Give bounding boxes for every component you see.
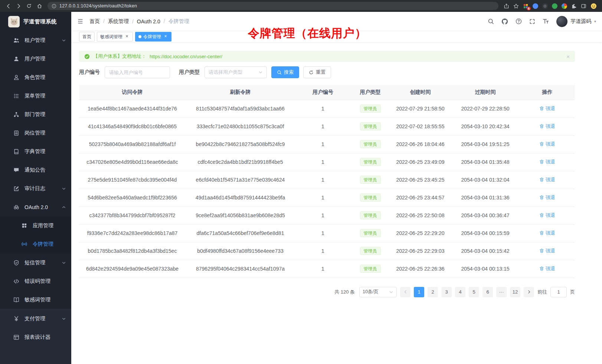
github-icon[interactable] [501, 18, 508, 25]
back-icon[interactable] [4, 1, 13, 10]
col-create-time: 创建时间 [390, 85, 451, 100]
create-time-cell: 2022-06-25 23:45:25 [390, 171, 451, 189]
tab-home[interactable]: 首页 [79, 32, 95, 42]
close-icon[interactable]: × [124, 34, 130, 39]
table-row: 6d842e2924594de9a09e45e087323abe 8796295… [79, 260, 575, 278]
close-icon[interactable]: × [566, 54, 570, 59]
sidebar-item-sensitive-word-management[interactable]: 敏感词管理 [0, 291, 71, 309]
forward-icon[interactable] [14, 1, 23, 10]
sidebar-toggle-icon[interactable] [77, 18, 84, 24]
audit-log-icon [13, 186, 19, 192]
help-icon[interactable] [516, 18, 522, 24]
site-info-icon[interactable] [52, 4, 56, 9]
sidebar-item-oauth2[interactable]: OAuth 2.0 [0, 198, 71, 216]
extension-green-icon[interactable] [552, 3, 557, 9]
user-type-select[interactable]: 请选择用户类型 [205, 66, 267, 78]
force-logout-button[interactable]: 强退 [539, 194, 555, 201]
home-icon[interactable] [35, 1, 44, 10]
create-time-cell: 2022-07-02 18:55:55 [390, 118, 451, 135]
extension-grid-icon[interactable]: 6 [523, 3, 529, 9]
share-icon[interactable] [504, 3, 509, 9]
org-tree-icon [13, 112, 19, 118]
refresh-token-cell: dfa6c71a50a54c66bef706ef9e6e8d81 [186, 224, 295, 242]
force-logout-button[interactable]: 强退 [539, 159, 555, 165]
sidebar-item-app-management[interactable]: 应用管理 [0, 216, 71, 235]
page-button-6[interactable]: 6 [482, 287, 493, 297]
sidebar-item-audit-log[interactable]: 审计日志 [0, 179, 71, 198]
notice-icon [13, 167, 19, 173]
force-logout-button[interactable]: 强退 [539, 123, 555, 130]
page-size-select[interactable]: 10条/页 [359, 287, 397, 297]
trash-icon [539, 231, 544, 235]
breadcrumb-system[interactable]: 系统管理 [100, 18, 129, 25]
breadcrumb-home[interactable]: 首页 [89, 18, 100, 25]
sidebar-item-report-designer[interactable]: 报表设计器 [0, 328, 71, 347]
reload-icon[interactable] [24, 1, 33, 10]
user-id-cell: 1 [295, 260, 351, 278]
page-button-4[interactable]: 4 [455, 287, 465, 297]
fullscreen-icon[interactable] [529, 19, 535, 24]
page-button-12[interactable]: 12 [510, 287, 520, 297]
tab-token-management[interactable]: 令牌管理 × [135, 32, 171, 42]
action-cell: 强退 [520, 224, 575, 242]
sidebar-item-tenant-management[interactable]: 租户管理 [0, 31, 71, 50]
sidebar-item-notice[interactable]: 通知公告 [0, 161, 71, 179]
font-size-icon[interactable] [543, 18, 549, 24]
page-button-5[interactable]: 5 [469, 287, 479, 297]
goto-page-input[interactable] [550, 287, 567, 297]
search-button[interactable]: 搜索 [271, 66, 299, 78]
puzzle-icon[interactable] [571, 3, 577, 9]
extension-color-icon[interactable] [562, 3, 567, 9]
alert-doc-link[interactable]: https://doc.iocoder.cn/user-center/ [150, 54, 222, 59]
sidebar-item-role-management[interactable]: 角色管理 [0, 68, 71, 87]
user-menu[interactable]: 芋道源码 ▾ [556, 16, 596, 27]
user-id-input[interactable] [105, 66, 170, 78]
search-icon [277, 70, 282, 75]
prev-page-button[interactable] [400, 287, 410, 297]
force-logout-button[interactable]: 强退 [539, 265, 555, 272]
error-code-icon [13, 278, 19, 284]
breadcrumb-current: 令牌管理 [160, 18, 189, 25]
sidebar-item-payment-management[interactable]: 支付管理 [0, 310, 71, 328]
reset-button[interactable]: 重置 [303, 66, 331, 78]
force-logout-button[interactable]: 强退 [539, 141, 555, 148]
sidebar-item-menu-management[interactable]: 菜单管理 [0, 87, 71, 105]
breadcrumb-oauth2[interactable]: OAuth 2.0 [129, 19, 160, 24]
extension-dark-icon[interactable] [542, 3, 548, 9]
browser-chrome: 127.0.0.1:1024/system/oauth2/token 6 [0, 0, 602, 12]
sidebar-item-post-management[interactable]: 岗位管理 [0, 124, 71, 142]
sidebar-item-token-management[interactable]: 令牌管理 [0, 235, 71, 254]
next-page-button[interactable] [524, 287, 534, 297]
page-button-3[interactable]: 3 [441, 287, 452, 297]
extension-blue-icon[interactable] [533, 3, 538, 9]
page-button-1[interactable]: 1 [414, 287, 424, 297]
tab-sensitive-word[interactable]: 敏感词管理 × [97, 32, 133, 42]
force-logout-button[interactable]: 强退 [539, 248, 555, 254]
sidebar-item-error-code-management[interactable]: 错误码管理 [0, 272, 71, 291]
create-time-cell: 2022-06-25 22:26:36 [390, 260, 451, 278]
sidebar-item-user-management[interactable]: 用户管理 [0, 50, 71, 68]
search-icon[interactable] [488, 18, 494, 24]
app-logo[interactable]: 芋道管理系统 [0, 12, 71, 31]
token-signal-icon [22, 241, 27, 247]
role-icon [13, 75, 19, 80]
more-pages-button[interactable]: ··· [496, 287, 507, 297]
url-bar[interactable]: 127.0.0.1:1024/system/oauth2/token [48, 2, 498, 10]
force-logout-button[interactable]: 强退 [539, 230, 555, 236]
page-button-2[interactable]: 2 [428, 287, 438, 297]
sidebar-item-sms-management[interactable]: 短信管理 [0, 254, 71, 272]
chevron-down-icon [62, 38, 66, 43]
force-logout-button[interactable]: 强退 [539, 176, 555, 183]
profile-avatar[interactable] [590, 3, 597, 9]
sidebar-panel-icon[interactable] [581, 3, 586, 9]
access-token-cell: b0d1785bc3a8482f812db4a3f3bd15ec [79, 242, 186, 260]
user-type-cell: 管理员 [351, 206, 390, 224]
sidebar-item-dict-management[interactable]: 字典管理 [0, 142, 71, 161]
force-logout-button[interactable]: 强退 [539, 212, 555, 219]
bookmark-star-icon[interactable] [513, 3, 519, 9]
table-row: f9336e7c7dd242a283ee98dc86b17a87 dfa6c71… [79, 224, 575, 242]
sidebar-item-dept-management[interactable]: 部门管理 [0, 105, 71, 124]
close-icon[interactable]: × [163, 34, 168, 39]
col-expire-time: 过期时间 [451, 85, 520, 100]
force-logout-button[interactable]: 强退 [539, 105, 555, 112]
